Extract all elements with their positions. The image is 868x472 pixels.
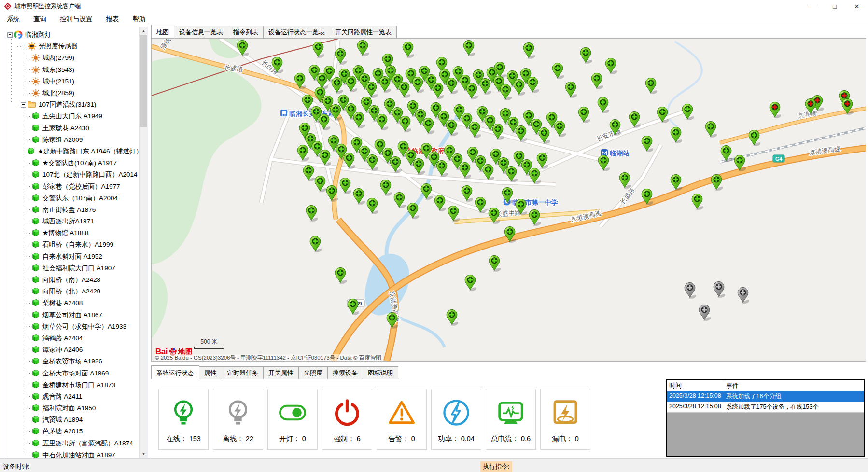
tree-item-label: 向阳桥（北）A2429 [42, 287, 100, 296]
menu-item[interactable]: 控制与设置 [53, 15, 99, 24]
tree-item-device[interactable]: 城西(2799) [4, 52, 139, 64]
flag-icon [31, 427, 40, 436]
tree-item-device[interactable]: 烟草公司对面 A1867 [4, 309, 139, 321]
tree-item-device[interactable]: 王家珑巷 A2430 [4, 123, 139, 134]
map-tab[interactable]: 设备信息一览表 [174, 26, 228, 38]
tree-guide-stub [27, 81, 31, 82]
tree-item-label: 向阳桥（南）A2428 [42, 276, 100, 284]
tree-item-device[interactable]: 汽贸城 A1894 [4, 414, 139, 426]
bottom-tab[interactable]: 图标说明 [363, 366, 398, 379]
tree-expander-icon[interactable] [21, 44, 26, 49]
flag-icon [31, 369, 40, 378]
scroll-thumb[interactable] [140, 35, 147, 127]
tree-item-device[interactable]: 社会福利院大门口 A1907 [4, 263, 139, 274]
tree-item-device[interactable]: 城西派出所A1871 [4, 216, 139, 227]
menu-item[interactable]: 报表 [99, 15, 126, 24]
flag-icon [27, 147, 35, 156]
tree-item-group[interactable]: 107国道沿线(31/31) [4, 99, 139, 111]
tree-item-device[interactable]: 城中(2151) [4, 76, 139, 87]
window-controls: —□✕ [801, 0, 868, 13]
flag-icon [31, 229, 40, 237]
tree-item-device[interactable]: 鸿鹤路 A2404 [4, 333, 139, 344]
tree-item-device[interactable]: 陈家组 A2009 [4, 134, 139, 146]
menu-item[interactable]: 查询 [27, 15, 53, 24]
close-button[interactable]: ✕ [846, 0, 868, 13]
tree-guide-stub [27, 186, 31, 187]
tree-item-group[interactable]: 光照度传感器 [4, 41, 139, 52]
maximize-button[interactable]: □ [824, 0, 846, 13]
map-tab[interactable]: 指令列表 [228, 26, 264, 38]
event-log-table[interactable]: 时间事件2025/3/28 12:15:08系统加载了16个分组2025/3/2… [666, 379, 865, 457]
tree-item-device[interactable]: 中石化加油站对面 A1897 [4, 449, 139, 458]
status-bar: 设备时钟: 执行指令: [0, 458, 868, 472]
tree-item-device[interactable]: 自来水斜对面 A1952 [4, 251, 139, 263]
tree-item-device[interactable]: 南正街转盘 A1876 [4, 204, 139, 216]
map-tab[interactable]: 开关回路属性一览表 [330, 26, 397, 38]
tree-item-device[interactable]: 观音路 A2411 [4, 391, 139, 403]
status-card-toggle-on: 开灯： 0 [267, 389, 318, 450]
minimize-button[interactable]: — [801, 0, 824, 13]
bottom-tab[interactable]: 定时器任务 [222, 366, 264, 379]
tree-item-device[interactable]: 谭家冲 A2406 [4, 344, 139, 356]
event-row[interactable]: 2025/3/28 12:15:08系统加载了16个分组 [667, 391, 864, 402]
tree-item-device[interactable]: 金桥大市场对面 A1869 [4, 367, 139, 379]
google-icon [14, 30, 23, 39]
tree-item-device[interactable]: 107北（建新中路路口西）A2014 [4, 169, 139, 180]
scroll-up-arrow[interactable]: ▲ [140, 27, 148, 35]
map-tab[interactable]: 设备运行状态一览表 [263, 26, 330, 38]
meter-icon [496, 398, 526, 428]
tree-item-device[interactable]: 金桥建材市场门口 A1873 [4, 379, 139, 391]
tree-item-device[interactable]: 彭家巷（党校后面）A1977 [4, 180, 139, 192]
tree-expander-icon[interactable] [21, 102, 26, 108]
map-canvas[interactable]: 港线长白路长盛路京港线京港澳高速长安东路长盛路长盛中路京港澳高速京港澳高速G4X… [151, 38, 866, 362]
bottom-tab[interactable]: 光照度 [298, 366, 328, 379]
map-tab[interactable]: 地图 [151, 25, 174, 38]
bottom-tab[interactable]: 搜索设备 [327, 366, 363, 379]
tree-guide-stub [27, 373, 31, 374]
bottom-tab[interactable]: 属性 [199, 366, 222, 379]
tree-item-device[interactable]: 向阳桥（南）A2428 [4, 274, 139, 286]
menu-item[interactable]: 系统 [0, 15, 27, 24]
tree-item-device[interactable]: 五里派出所（富源汽配）A1874 [4, 438, 139, 449]
map-tab-strip: 地图设备信息一览表指令列表设备运行状态一览表开关回路属性一览表 [151, 26, 396, 38]
event-row[interactable]: 2025/3/28 12:15:08系统加载了175个设备，在线153个 [667, 402, 864, 413]
sun-face-icon [28, 42, 36, 51]
sun-icon [31, 89, 40, 97]
tree-item-device[interactable]: 向阳桥（北）A2429 [4, 286, 139, 297]
tree-item-device[interactable]: 福利院对面 A1950 [4, 403, 139, 414]
tree-item-device[interactable]: 石咀桥（自来水）A1999 [4, 239, 139, 250]
tree-item-device[interactable]: 梨树巷 A2408 [4, 297, 139, 309]
tree-expander-icon[interactable] [7, 32, 13, 38]
tree-item-device[interactable]: 金桥农贸市场 A1926 [4, 356, 139, 367]
menu-item[interactable]: 帮助 [126, 15, 153, 24]
tree-scrollbar[interactable]: ▲ ▼ [139, 27, 148, 458]
event-table-header: 时间事件 [667, 380, 864, 391]
tree-item-device[interactable]: 芭茅塘 A2015 [4, 426, 139, 437]
flag-icon [31, 136, 40, 144]
tree-guide-stub [27, 338, 31, 338]
tree-item-device[interactable]: 五尖山大门东 A1949 [4, 111, 139, 122]
tree-guide-stub [27, 245, 31, 245]
map-graphic: 港线长白路长盛路京港线京港澳高速长安东路长盛路长盛中路京港澳高速京港澳高速G4X… [152, 39, 866, 361]
flag-icon [31, 451, 40, 458]
bottom-tab[interactable]: 系统运行状态 [151, 365, 199, 379]
poi-label [601, 149, 608, 156]
tree-guide-stub [27, 443, 31, 444]
bottom-tab[interactable]: 开关属性 [263, 366, 299, 379]
tree-item-device[interactable]: 交警队东（107南）A2004 [4, 193, 139, 204]
tree-item-device[interactable]: 城北(2859) [4, 87, 139, 99]
tree-item-device[interactable]: ★建新中路路口东 A1946（辅道灯） [4, 146, 139, 157]
road-badge: G4 [773, 155, 784, 162]
tree-item-device[interactable]: 烟草公司（求知中学）A1933 [4, 321, 139, 333]
status-card-label: 功率： [438, 435, 459, 443]
tree-item-device[interactable]: ★交警队西(107南) A1917 [4, 157, 139, 169]
tree-guide-stub [27, 268, 31, 268]
tree-item-device[interactable]: 城东(3543) [4, 64, 139, 76]
tree-item-device[interactable]: ★博物馆 A1888 [4, 227, 139, 239]
flag-icon [31, 299, 40, 307]
status-card-text: 告警： 0 [388, 434, 415, 444]
flag-icon [31, 240, 40, 249]
scroll-down-arrow[interactable]: ▼ [140, 450, 148, 458]
flag-icon [31, 311, 40, 319]
tree-item-root[interactable]: 临湘路灯 [4, 29, 139, 41]
